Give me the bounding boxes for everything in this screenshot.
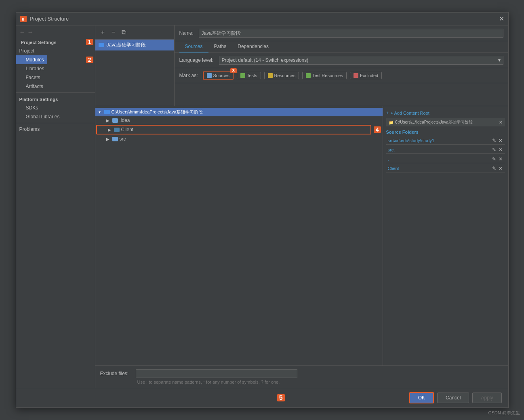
add-content-root-button[interactable]: + + Add Content Root: [386, 109, 505, 117]
sidebar-item-global-libraries[interactable]: Global Libraries: [16, 112, 95, 121]
modules-toolbar: + − ⧉: [95, 25, 174, 40]
exclude-label: Exclude files:: [100, 371, 133, 376]
content-root-close-icon[interactable]: ✕: [499, 120, 503, 125]
content-root-header: 📁 C:\Users\...\IdeaProjects\Java基础学习阶段 ✕: [386, 118, 505, 126]
module-item-label: Java基础学习阶段: [107, 42, 146, 48]
resources-icon: [268, 73, 273, 78]
annotation-3: 3: [230, 68, 237, 73]
tab-paths[interactable]: Paths: [208, 41, 232, 52]
sidebar-item-artifacts[interactable]: Artifacts: [16, 82, 95, 91]
mark-test-resources-button[interactable]: Test Resources: [302, 72, 347, 79]
app-icon: u: [20, 16, 27, 22]
tree-item-client[interactable]: ▶ Client: [96, 125, 371, 134]
copy-module-button[interactable]: ⧉: [120, 28, 128, 37]
content-root-folder-icon: 📁: [389, 120, 394, 125]
main-split: ▾ C:\Users\hmm\IdeaProjects\Java基础学习阶段 ▶…: [95, 106, 508, 365]
annotation-1: 1: [86, 39, 93, 45]
title-bar: u Project Structure ✕: [16, 13, 508, 25]
mark-tests-button[interactable]: Tests: [237, 72, 261, 79]
ok-button[interactable]: OK: [409, 392, 434, 403]
tree-item-src[interactable]: ▶ src: [95, 135, 383, 143]
side-panel: + + Add Content Root 📁 C:\Users\...\Idea…: [383, 106, 508, 365]
annotation-4: 4: [374, 126, 381, 133]
mark-resources-button[interactable]: Resources: [264, 72, 299, 79]
sidebar-item-libraries[interactable]: Libraries: [16, 64, 95, 73]
language-label: Language level:: [179, 57, 216, 63]
add-module-button[interactable]: +: [99, 28, 107, 37]
tree-item-root[interactable]: ▾ C:\Users\hmm\IdeaProjects\Java基础学习阶段: [95, 108, 383, 116]
annotation-5: 5: [277, 394, 285, 401]
project-settings-header: Project Settings: [18, 38, 60, 46]
chevron-right-icon-3: ▶: [105, 136, 111, 142]
module-list: Java基础学习阶段: [95, 40, 174, 106]
back-button[interactable]: ←: [19, 29, 26, 36]
sidebar-item-facets[interactable]: Facets: [16, 73, 95, 82]
edit-source-2-button[interactable]: ✎: [491, 147, 497, 153]
hint-text: Use ; to separate name patterns, * for a…: [100, 380, 503, 384]
language-row: Language level: Project default (14 - Sw…: [175, 52, 508, 68]
remove-source-2-button[interactable]: ✕: [498, 147, 503, 153]
tab-dependencies[interactable]: Dependencies: [232, 41, 274, 52]
source-folder-3-actions: ✎ ✕: [491, 156, 503, 162]
remove-source-1-button[interactable]: ✕: [498, 138, 503, 143]
divider-2: [16, 123, 95, 123]
sidebar-item-project[interactable]: Project: [16, 46, 95, 55]
exclude-row: Exclude files:: [100, 369, 503, 378]
edit-source-1-button[interactable]: ✎: [491, 138, 497, 143]
platform-settings-header: Platform Settings: [16, 94, 95, 103]
left-panel: ← → Project Settings 1 Project Modules 2…: [16, 25, 95, 388]
mark-excluded-button[interactable]: Excluded: [350, 72, 382, 79]
tests-icon: [240, 73, 245, 78]
sidebar-item-modules[interactable]: Modules: [16, 55, 47, 64]
client-folder-icon: [114, 128, 120, 132]
test-resources-icon: [306, 73, 311, 78]
remove-source-4-button[interactable]: ✕: [498, 166, 503, 171]
watermark: CSDN @李先生: [488, 410, 520, 416]
exclude-input[interactable]: [136, 369, 297, 378]
root-folder-icon: [104, 110, 110, 114]
excluded-icon: [354, 73, 358, 78]
module-folder-icon: [99, 43, 104, 47]
name-label: Name:: [179, 30, 196, 36]
tree-item-idea[interactable]: ▶ .idea: [95, 116, 383, 124]
content-root-path: C:\Users\...\IdeaProjects\Java基础学习阶段: [395, 120, 497, 125]
source-folders-title: Source Folders: [386, 128, 505, 135]
chevron-right-icon: ▶: [105, 118, 111, 123]
dropdown-arrow-icon: ▾: [498, 57, 501, 63]
source-folder-item-1: src\cn\edu\study\study1 ✎ ✕: [386, 137, 505, 145]
source-folder-item-4: Client ✎ ✕: [386, 165, 505, 172]
module-item[interactable]: Java基础学习阶段: [95, 40, 174, 50]
footer: 5 OK Cancel Apply: [16, 388, 508, 407]
source-folder-2-actions: ✎ ✕: [491, 147, 503, 153]
sidebar-item-sdks[interactable]: SDKs: [16, 103, 95, 112]
tab-sources[interactable]: Sources: [179, 41, 208, 52]
annotation-2: 2: [86, 57, 93, 63]
tabs-row: Sources Paths Dependencies: [175, 41, 508, 52]
source-folder-4-actions: ✎ ✕: [491, 166, 503, 171]
name-input[interactable]: [199, 29, 503, 38]
mark-sources-button[interactable]: Sources: [204, 72, 233, 79]
tree-item-client-label: Client: [121, 127, 134, 132]
sidebar-item-problems[interactable]: Problems: [16, 125, 95, 134]
edit-source-4-button[interactable]: ✎: [491, 166, 497, 171]
chevron-right-icon-2: ▶: [107, 127, 112, 132]
cancel-button[interactable]: Cancel: [437, 393, 469, 403]
source-folder-item-2: src. ✎ ✕: [386, 146, 505, 154]
bottom-section: Exclude files: Use ; to separate name pa…: [95, 365, 508, 388]
tree-item-src-label: src: [120, 136, 126, 142]
divider-1: [16, 92, 95, 93]
apply-button[interactable]: Apply: [472, 393, 501, 403]
language-select[interactable]: Project default (14 - Switch expressions…: [219, 56, 503, 65]
remove-source-3-button[interactable]: ✕: [498, 156, 503, 162]
nav-arrows: ← →: [16, 27, 95, 38]
dialog-body: ← → Project Settings 1 Project Modules 2…: [16, 25, 508, 388]
forward-button[interactable]: →: [27, 29, 34, 36]
project-structure-dialog: u Project Structure ✕ ← → Project Settin…: [16, 12, 509, 408]
svg-text:u: u: [22, 17, 24, 21]
src-folder-icon: [112, 137, 118, 141]
dialog-title: Project Structure: [30, 16, 496, 22]
tree-item-root-label: C:\Users\hmm\IdeaProjects\Java基础学习阶段: [112, 109, 203, 115]
edit-source-3-button[interactable]: ✎: [491, 156, 497, 162]
close-button[interactable]: ✕: [499, 15, 504, 23]
remove-module-button[interactable]: −: [109, 28, 118, 37]
